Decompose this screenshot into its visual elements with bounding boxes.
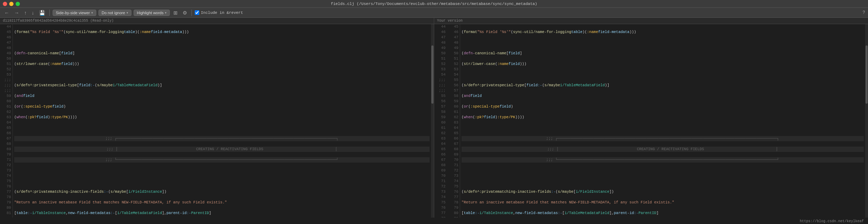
ln: 47 [1,40,11,45]
ln: 79 [1,200,11,205]
code-line [14,179,430,184]
ln: 51 [1,61,11,67]
traffic-lights [3,2,20,6]
code-line: (s/defn ^:private matching-inactive-fiel… [462,189,864,195]
url-text: https://blog.csdn.net/keylkeaf [800,219,864,223]
nav-down-button[interactable]: ↓ [30,9,36,16]
code-line [14,168,430,173]
ln: 52 [1,67,11,72]
ignore-label: Do not ignore [102,11,125,15]
ln: 67 [1,136,11,141]
right-line-numbers: 4446474849 5051525354 ;;; ;;; ;;; 5556 5… [434,24,460,218]
include-revert-label[interactable]: Include in &revert [195,10,243,15]
view-mode-button[interactable]: Side-by-side viewer ▾ [53,10,96,16]
right-scrollbar[interactable] [865,24,868,218]
app-window: fields.clj (/Users/Tony/Documents/evclub… [0,0,868,218]
ln: 61 [1,104,11,109]
right-scroll-thumb[interactable] [866,45,868,104]
left-pane-content: 44 45 46 47 48 49 50 51 52 53 ;;; ;;; ;;… [0,24,434,218]
left-pane-header: d119217fa83905f8642ad564284b8e29c4ca1355… [0,18,434,24]
section-header: ;;; ┌───────────────────────────────────… [462,136,864,141]
ln: 60 [1,99,11,104]
code-line: [table :- i/TableInstance, new-field-met… [462,211,864,216]
ignore-button[interactable]: Do not ignore ▾ [98,10,131,16]
section-header: ;;; ┌───────────────────────────────────… [14,136,430,141]
ln: 45 [1,29,11,35]
code-line [462,125,864,131]
section-header: ;;; │ CREATING / REACTIVATING FIELDS │ [462,147,864,152]
left-line-numbers: 44 45 46 47 48 49 50 51 52 53 ;;; ;;; ;;… [0,24,13,218]
maximize-button[interactable] [16,2,20,6]
ln: 49 [1,51,11,56]
ln: 80 [1,205,11,211]
nav-up-button[interactable]: ↑ [23,9,28,16]
grid-icon-button[interactable]: ⊞ [172,9,179,16]
right-pane-content: 4446474849 5051525354 ;;; ;;; ;;; 5556 5… [434,24,868,218]
ln: ;;; [1,83,11,88]
ln: 69 [1,147,11,152]
ln: 70 [1,152,11,157]
right-pane: Your version 4446474849 5051525354 ;;; ;… [434,18,868,218]
ln: 71 [1,157,11,163]
code-line: "Return an inactive metabase Field that … [462,200,864,205]
ln: ;;; [1,88,11,93]
code-line: (s/defn ^:private special-type [field :-… [14,83,430,88]
left-code[interactable]: (format "%s Field '%s'" (sync-util/name-… [13,24,431,218]
ln: 48 [1,45,11,51]
left-pane-header-text: d119217fa83905f8642ad564284b8e29c4ca1355… [3,19,114,23]
code-line: (format "%s Field '%s'" (sync-util/name-… [14,29,430,35]
save-icon-button[interactable]: 💾 [38,9,47,16]
ln: 73 [1,168,11,173]
ln: 65 [1,125,11,131]
ln: 44 [1,24,11,29]
code-line: (str/lower-case (:name field))) [462,61,864,67]
code-line: (str/lower-case (:name field))) [14,61,430,67]
code-line: (s/defn ^:private matching-inactive-fiel… [14,189,430,195]
code-line: [table :- i/TableInstance, new-field-met… [14,211,430,216]
settings-icon-button[interactable]: ⚙ [181,9,189,16]
code-line: (when (:pk? field) :type/PK)))) [462,115,864,120]
section-header: ;;; │ CREATING / REACTIVATING FIELDS │ [14,147,430,152]
view-mode-label: Side-by-side viewer [56,11,90,15]
include-revert-checkbox[interactable] [195,10,199,15]
ln: 81 [1,211,11,216]
nav-forward-button[interactable]: → [13,9,21,16]
code-line [14,125,430,131]
right-code[interactable]: (format "%s Field '%s'" (sync-util/name-… [460,24,865,218]
ln: 63 [1,115,11,120]
view-mode-arrow: ▾ [91,11,93,15]
code-line: (when (:pk? field) :type/PK)))) [14,115,430,120]
help-button[interactable]: ? [863,10,865,15]
ln: 72 [1,163,11,168]
ln: 62 [1,109,11,115]
toolbar: ← → ↑ ↓ 💾 Side-by-side viewer ▾ Do not i… [0,8,868,18]
include-revert-text: Include in &revert [201,11,243,15]
ln: 64 [1,120,11,125]
window-title: fields.clj (/Users/Tony/Documents/evclub… [331,2,537,6]
left-scroll-thumb[interactable] [431,45,433,104]
code-line [14,40,430,45]
ln: 66 [1,131,11,136]
ln: 50 [1,56,11,61]
highlight-label: Highlight words [137,11,163,15]
ln: 75 [1,179,11,184]
content-area: d119217fa83905f8642ad564284b8e29c4ca1355… [0,18,868,218]
title-bar: fields.clj (/Users/Tony/Documents/evclub… [0,0,868,8]
code-line: (defn- canonical-name [field] [462,51,864,56]
code-line: (and field [462,93,864,99]
separator-1 [49,10,50,16]
right-pane-header: Your version [434,18,868,24]
code-line: (defn- canonical-name [field] [14,51,430,56]
highlight-button[interactable]: Highlight words ▾ [134,10,170,16]
code-line: (s/defn ^:private special-type [field :-… [462,83,864,88]
ln: 78 [1,195,11,200]
highlight-arrow: ▾ [165,11,167,15]
left-pane: d119217fa83905f8642ad564284b8e29c4ca1355… [0,18,434,218]
code-line: "Return an inactive metabase Field that … [14,200,430,205]
minimize-button[interactable] [9,2,14,6]
left-scrollbar[interactable] [431,24,434,218]
code-line: (format "%s Field '%s'" (sync-util/name-… [462,29,864,35]
nav-back-button[interactable]: ← [3,9,11,16]
separator-2 [192,10,192,16]
close-button[interactable] [3,2,7,6]
